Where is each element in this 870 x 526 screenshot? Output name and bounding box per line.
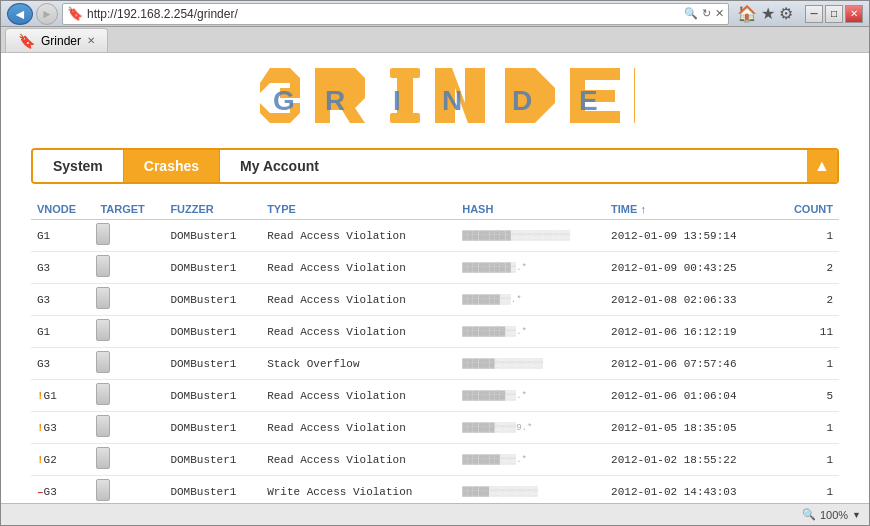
target-cell	[94, 348, 164, 380]
time-cell: 2012-01-06 16:12:19	[605, 316, 775, 348]
svg-text:G: G	[273, 85, 295, 116]
time-cell: 2012-01-05 18:35:05	[605, 412, 775, 444]
back-button[interactable]: ◄	[7, 3, 33, 25]
table-row[interactable]: !G1 DOMBuster1 Read Access Violation ▓▓▓…	[31, 380, 839, 412]
browser-tab[interactable]: 🔖 Grinder ✕	[5, 28, 108, 52]
col-fuzzer[interactable]: FUZZER	[164, 199, 261, 220]
tab-system[interactable]: System	[33, 150, 124, 182]
vnode-cell: G3	[31, 252, 94, 284]
browser-window: ◄ ► 🔖 http://192.168.2.254/grinder/ 🔍 ↻ …	[0, 0, 870, 526]
vnode-cell: G3	[31, 348, 94, 380]
table-row[interactable]: G3 DOMBuster1 Stack Overflow ▓▓▓▓▓▓▒▒▒▒▒…	[31, 348, 839, 380]
vnode-cell: G3	[31, 284, 94, 316]
count-cell: 11	[776, 316, 839, 348]
fuzzer-cell: DOMBuster1	[164, 316, 261, 348]
vnode-cell: –G3	[31, 476, 94, 504]
col-type[interactable]: TYPE	[261, 199, 456, 220]
count-cell: 1	[776, 444, 839, 476]
type-cell: Read Access Violation	[261, 444, 456, 476]
type-cell: Read Access Violation	[261, 412, 456, 444]
zoom-value: 100%	[820, 509, 848, 521]
sort-button[interactable]: ▲	[807, 150, 837, 182]
svg-text:E: E	[579, 85, 598, 116]
type-cell: Write Access Violation	[261, 476, 456, 504]
tab-label: Grinder	[41, 34, 81, 48]
favorites-button[interactable]: ★	[761, 4, 775, 23]
url-favicon: 🔖	[67, 6, 83, 21]
fuzzer-cell: DOMBuster1	[164, 220, 261, 252]
svg-rect-4	[390, 68, 420, 78]
col-hash[interactable]: HASH	[456, 199, 605, 220]
home-button[interactable]: 🏠	[737, 4, 757, 23]
table-row[interactable]: –G3 DOMBuster1 Write Access Violation ▓▓…	[31, 476, 839, 504]
vnode-cell: !G2	[31, 444, 94, 476]
tab-account[interactable]: My Account	[219, 150, 339, 182]
table-row[interactable]: G1 DOMBuster1 Read Access Violation ▓▓▓▓…	[31, 316, 839, 348]
table-row[interactable]: !G2 DOMBuster1 Read Access Violation ▓▓▓…	[31, 444, 839, 476]
svg-text:D: D	[512, 85, 532, 116]
vnode-cell: !G1	[31, 380, 94, 412]
fuzzer-cell: DOMBuster1	[164, 444, 261, 476]
hash-cell: ▓▓▓▓▓▓▓▒▒▒.*	[456, 444, 605, 476]
target-cell	[94, 412, 164, 444]
count-cell: 1	[776, 476, 839, 504]
target-cell	[94, 316, 164, 348]
hash-cell: ▓▓▓▓▓▓▒▒▒▒9.*	[456, 412, 605, 444]
col-count[interactable]: COUNT	[776, 199, 839, 220]
settings-button[interactable]: ⚙	[779, 4, 793, 23]
hash-cell: ▓▓▓▓▓▓▓▓▒▒.*	[456, 316, 605, 348]
tabs-container: System Crashes My Account ▲	[31, 148, 839, 184]
hash-cell: ▓▓▓▓▓▒▒▒▒▒▒▒▒▒	[456, 476, 605, 504]
tab-crashes[interactable]: Crashes	[124, 150, 219, 182]
crashes-table: VNODE TARGET FUZZER TYPE HASH TIME ↑ COU…	[31, 199, 839, 503]
table-row[interactable]: G1 DOMBuster1 Read Access Violation ▓▓▓▓…	[31, 220, 839, 252]
address-input-wrap: 🔖 http://192.168.2.254/grinder/ 🔍 ↻ ✕	[62, 3, 729, 25]
hash-cell: ▓▓▓▓▓▓▒▒▒▒▒▒▒▒▒	[456, 348, 605, 380]
type-cell: Read Access Violation	[261, 316, 456, 348]
zoom-label: 🔍	[802, 508, 816, 521]
fuzzer-cell: DOMBuster1	[164, 412, 261, 444]
time-cell: 2012-01-06 01:06:04	[605, 380, 775, 412]
count-cell: 1	[776, 348, 839, 380]
forward-button[interactable]: ►	[36, 3, 58, 25]
vnode-cell: G1	[31, 220, 94, 252]
fuzzer-cell: DOMBuster1	[164, 284, 261, 316]
time-cell: 2012-01-02 14:43:03	[605, 476, 775, 504]
search-icon[interactable]: 🔍	[684, 7, 698, 20]
hash-cell: ▓▓▓▓▓▓▓▒▒.*	[456, 284, 605, 316]
tab-close-icon[interactable]: ✕	[87, 35, 95, 46]
time-cell: 2012-01-02 18:55:22	[605, 444, 775, 476]
maximize-button[interactable]: □	[825, 5, 843, 23]
tab-favicon: 🔖	[18, 33, 35, 49]
count-cell: 2	[776, 284, 839, 316]
zoom-dropdown[interactable]: ▼	[852, 510, 861, 520]
table-row[interactable]: !G3 DOMBuster1 Read Access Violation ▓▓▓…	[31, 412, 839, 444]
url-text[interactable]: http://192.168.2.254/grinder/	[87, 7, 680, 21]
count-cell: 5	[776, 380, 839, 412]
refresh-icon[interactable]: ↻	[702, 7, 711, 20]
status-bar: 🔍 100% ▼	[1, 503, 869, 525]
col-vnode[interactable]: VNODE	[31, 199, 94, 220]
count-cell: 1	[776, 220, 839, 252]
time-cell: 2012-01-09 00:43:25	[605, 252, 775, 284]
hash-cell: ▓▓▓▓▓▓▓▓▓▒.*	[456, 252, 605, 284]
fuzzer-cell: DOMBuster1	[164, 348, 261, 380]
table-row[interactable]: G3 DOMBuster1 Read Access Violation ▓▓▓▓…	[31, 252, 839, 284]
target-cell	[94, 252, 164, 284]
col-target[interactable]: TARGET	[94, 199, 164, 220]
hash-cell: ▓▓▓▓▓▓▓▓▓▒▒▒▒▒▒▒▒▒▒▒	[456, 220, 605, 252]
svg-text:N: N	[442, 85, 462, 116]
target-cell	[94, 476, 164, 504]
close-nav-icon[interactable]: ✕	[715, 7, 724, 20]
minimize-button[interactable]: ─	[805, 5, 823, 23]
col-time[interactable]: TIME ↑	[605, 199, 775, 220]
fuzzer-cell: DOMBuster1	[164, 380, 261, 412]
logo-area: G R I	[31, 53, 839, 148]
tab-spacer	[339, 150, 807, 182]
close-button[interactable]: ✕	[845, 5, 863, 23]
vnode-cell: !G3	[31, 412, 94, 444]
target-cell	[94, 220, 164, 252]
table-row[interactable]: G3 DOMBuster1 Read Access Violation ▓▓▓▓…	[31, 284, 839, 316]
target-cell	[94, 380, 164, 412]
hash-cell: ▓▓▓▓▓▓▓▓▒▒.*	[456, 380, 605, 412]
